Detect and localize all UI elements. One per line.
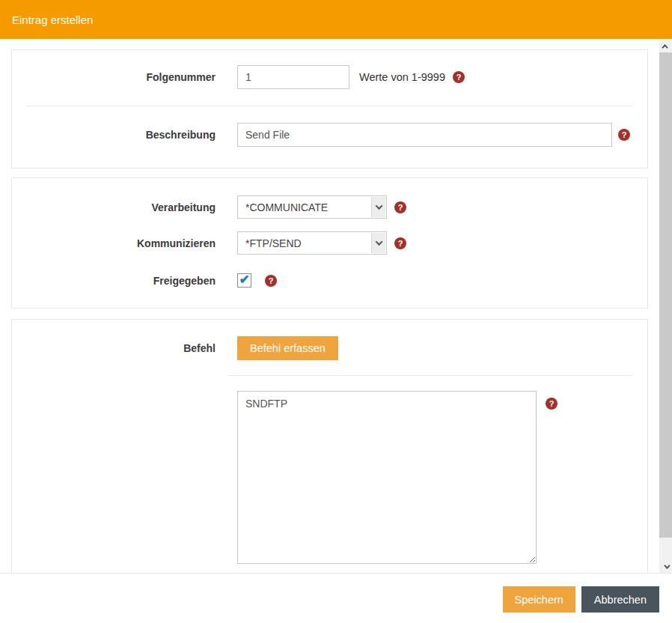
freigegeben-checkbox[interactable]: ✔ <box>237 273 251 288</box>
folgenummer-hint: Werte von 1-9999 <box>359 71 445 83</box>
help-icon[interactable]: ? <box>453 71 465 83</box>
divider <box>27 106 632 106</box>
divider <box>227 375 632 376</box>
kommunizieren-selected-value: *FTP/SEND <box>245 237 302 249</box>
befehl-erfassen-button[interactable]: Befehl erfassen <box>237 336 338 360</box>
beschreibung-label: Beschreibung <box>12 129 216 141</box>
help-icon[interactable]: ? <box>618 129 630 141</box>
checkmark-icon: ✔ <box>239 273 249 286</box>
verarbeitung-selected-value: *COMMUNICATE <box>245 201 328 213</box>
panel-processing: Verarbeitung *COMMUNICATE ? Kommuniziere… <box>11 177 648 309</box>
befehl-textarea[interactable]: SNDFTP <box>237 391 537 564</box>
form-row-beschreibung: Beschreibung ? <box>12 123 647 147</box>
help-icon[interactable]: ? <box>265 275 277 287</box>
panel-command: Befehl Befehl erfassen SNDFTP ? <box>11 319 648 573</box>
dialog-header: Eintrag erstellen <box>0 0 672 39</box>
scroll-up-button[interactable] <box>659 40 672 52</box>
form-row-verarbeitung: Verarbeitung *COMMUNICATE ? <box>12 195 647 219</box>
panel-identification: Folgenummer Werte von 1-9999 ? Beschreib… <box>11 49 648 168</box>
verarbeitung-label: Verarbeitung <box>12 201 216 213</box>
save-button[interactable]: Speichern <box>503 586 575 613</box>
vertical-scrollbar[interactable] <box>659 40 672 573</box>
form-row-befehl-text: SNDFTP ? <box>12 391 647 564</box>
dialog-title: Eintrag erstellen <box>12 13 93 26</box>
scroll-down-button[interactable] <box>659 560 672 573</box>
kommunizieren-label: Kommunizieren <box>12 237 216 249</box>
cancel-button[interactable]: Abbrechen <box>581 586 659 613</box>
befehl-label: Befehl <box>12 342 216 354</box>
freigegeben-label: Freigegeben <box>12 275 216 287</box>
kommunizieren-select[interactable]: *FTP/SEND <box>237 231 387 255</box>
chevron-up-icon <box>662 44 668 50</box>
folgenummer-label: Folgenummer <box>12 71 216 83</box>
help-icon[interactable]: ? <box>546 398 558 410</box>
scrollbar-thumb[interactable] <box>659 52 672 538</box>
help-icon[interactable]: ? <box>394 237 406 249</box>
form-row-folgenummer: Folgenummer Werte von 1-9999 ? <box>12 65 647 89</box>
chevron-down-icon <box>664 562 670 568</box>
dialog-footer: Speichern Abbrechen <box>0 573 672 623</box>
form-row-freigegeben: Freigegeben ✔ ? <box>12 273 647 288</box>
verarbeitung-select[interactable]: *COMMUNICATE <box>237 195 387 219</box>
dialog-body: Folgenummer Werte von 1-9999 ? Beschreib… <box>0 39 672 573</box>
chevron-down-icon <box>371 233 385 253</box>
form-row-kommunizieren: Kommunizieren *FTP/SEND ? <box>12 231 647 255</box>
folgenummer-input[interactable] <box>237 65 349 89</box>
beschreibung-input[interactable] <box>237 123 612 147</box>
chevron-down-icon <box>371 197 385 217</box>
help-icon[interactable]: ? <box>394 201 406 213</box>
form-row-befehl: Befehl Befehl erfassen <box>12 336 647 360</box>
